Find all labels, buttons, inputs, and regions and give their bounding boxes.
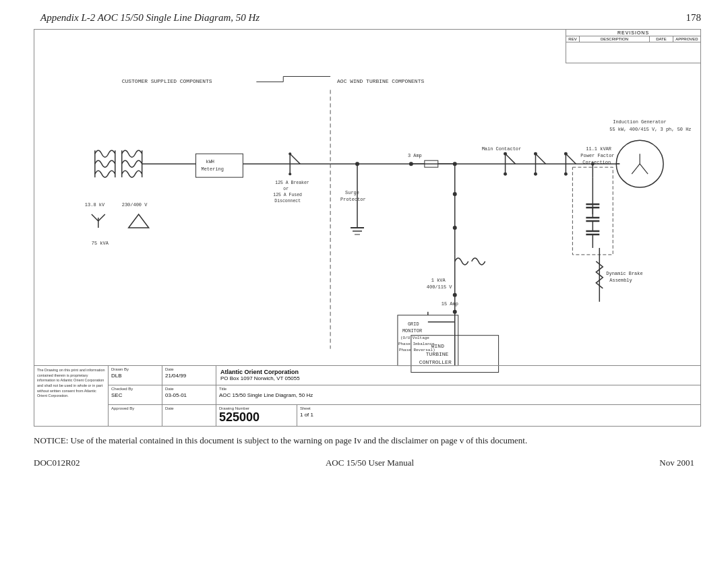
- kwh-box: [196, 154, 243, 177]
- svg-text:Disconnect: Disconnect: [274, 199, 301, 204]
- svg-text:11.1 kVAR: 11.1 kVAR: [586, 146, 611, 152]
- customer-label: CUSTOMER SUPPLIED COMPONENTS: [122, 78, 212, 84]
- drawn-by-label: Drawn By: [111, 367, 159, 371]
- sheet-cell: Sheet 1 of 1: [297, 405, 338, 426]
- svg-point-63: [504, 152, 507, 156]
- svg-line-12: [290, 154, 300, 164]
- footer: NOTICE: Use of the material contained in…: [0, 427, 728, 474]
- svg-point-69: [534, 173, 537, 176]
- svg-text:Power Factor: Power Factor: [580, 153, 614, 158]
- company-cell: Atlantic Orient Corporation PO Box 1097 …: [216, 366, 700, 385]
- svg-point-43: [453, 226, 457, 230]
- svg-line-91: [632, 164, 640, 174]
- svg-text:CONTROLLER: CONTROLLER: [419, 359, 452, 365]
- svg-text:or: or: [283, 187, 289, 191]
- svg-text:Correction: Correction: [582, 160, 611, 165]
- svg-point-68: [534, 152, 537, 156]
- svg-text:Main Contactor: Main Contactor: [482, 146, 522, 152]
- svg-point-97: [591, 162, 595, 166]
- approved-by-label: Approved By: [111, 406, 159, 410]
- title-row-3: Approved By Date Drawing Number 525000 S…: [109, 405, 700, 426]
- svg-text:Protector: Protector: [340, 197, 366, 202]
- svg-text:Induction Generator: Induction Generator: [613, 119, 666, 125]
- approved-date-label: Date: [165, 406, 213, 410]
- page: Appendix L-2 AOC 15/50 Single Line Diagr…: [0, 0, 728, 562]
- title-main: Drawn By DLB Date 21/04/99 Atlantic Orie…: [109, 366, 700, 426]
- svg-point-64: [504, 173, 507, 176]
- svg-text:Dynamic Brake: Dynamic Brake: [606, 271, 642, 276]
- approved-by-cell: Approved By: [109, 405, 162, 426]
- footer-bottom: DOC012R02 AOC 15/50 User Manual Nov 2001: [34, 458, 694, 468]
- approved-date-cell: Date: [162, 405, 216, 426]
- svg-text:125 A Breaker: 125 A Breaker: [275, 181, 309, 185]
- svg-text:1 kVA: 1 kVA: [431, 278, 446, 283]
- svg-point-42: [453, 192, 457, 196]
- svg-text:400/115 V: 400/115 V: [427, 284, 452, 290]
- date-label: Date: [165, 367, 213, 371]
- title-value-cell: Title AOC 15/50 Single Line Diagram, 50 …: [216, 385, 700, 404]
- title-label: Title: [219, 387, 698, 391]
- company-name: Atlantic Orient Corporation: [220, 369, 696, 375]
- checked-date-label: Date: [165, 387, 213, 391]
- svg-text:MONITOR: MONITOR: [402, 328, 422, 334]
- checked-by-value: SEC: [111, 392, 159, 398]
- header-title: Appendix L-2 AOC 15/50 Single Line Diagr…: [40, 12, 260, 24]
- disclaimer-text: The Drawing on this print and informatio…: [34, 366, 109, 426]
- footer-date: Nov 2001: [659, 458, 694, 468]
- svg-point-13: [289, 152, 291, 155]
- aoc-label: AOC WIND TURBINE COMPONENTS: [337, 78, 424, 84]
- svg-line-23: [98, 214, 105, 221]
- grid-monitor-box: [398, 315, 458, 366]
- header: Appendix L-2 AOC 15/50 Single Line Diagr…: [0, 0, 728, 29]
- diagram-container: REVISIONS REV DESCRIPTION DATE APPROVED …: [34, 29, 701, 427]
- svg-text:3 Amp: 3 Amp: [408, 153, 422, 158]
- svg-text:Metering: Metering: [201, 166, 223, 172]
- svg-point-73: [564, 173, 568, 176]
- svg-text:TURBINE: TURBINE: [426, 351, 449, 357]
- svg-text:Phase Imbalance: Phase Imbalance: [398, 342, 435, 346]
- doc-number: DOC012R02: [34, 458, 80, 468]
- checked-date-cell: Date 03-05-01: [162, 385, 216, 404]
- svg-text:Assembly: Assembly: [609, 278, 632, 283]
- svg-marker-24: [129, 214, 149, 228]
- header-page: 178: [686, 12, 702, 24]
- svg-line-71: [566, 154, 576, 164]
- drawn-by-cell: Drawn By DLB: [109, 366, 162, 385]
- transformer-left: [95, 150, 142, 177]
- svg-line-22: [92, 214, 98, 221]
- svg-text:75 kVA: 75 kVA: [92, 241, 109, 246]
- checked-by-label: Checked By: [111, 387, 159, 391]
- svg-text:WIND: WIND: [431, 343, 444, 349]
- checked-date: 03-05-01: [165, 392, 213, 398]
- drawing-number: 525000: [219, 410, 294, 425]
- svg-line-92: [640, 164, 648, 174]
- svg-text:15 Amp: 15 Amp: [442, 301, 458, 307]
- title-row-1: Drawn By DLB Date 21/04/99 Atlantic Orie…: [109, 366, 700, 385]
- title-block: The Drawing on this print and informatio…: [34, 365, 700, 426]
- sheet-value: 1 of 1: [300, 412, 335, 418]
- svg-text:Surge: Surge: [345, 190, 359, 195]
- drawn-by-value: DLB: [111, 373, 159, 379]
- footer-notice: NOTICE: Use of the material contained in…: [34, 435, 694, 447]
- drawn-date-cell: Date 21/04/99: [162, 366, 216, 385]
- manual-title: AOC 15/50 User Manual: [326, 458, 414, 468]
- drawing-number-cell: Drawing Number 525000: [216, 405, 297, 426]
- title-value: AOC 15/50 Single Line Diagram, 50 Hz: [219, 392, 698, 398]
- svg-text:GRID: GRID: [408, 321, 419, 327]
- company-address: PO Box 1097 Norwich, VT 05055: [220, 375, 696, 381]
- title-row-2: Checked By SEC Date 03-05-01 Title AOC 1…: [109, 385, 700, 405]
- svg-text:55 kW, 400/415 V, 3 ph, 50 Hz: 55 kW, 400/415 V, 3 ph, 50 Hz: [609, 127, 691, 132]
- svg-line-62: [506, 154, 516, 164]
- svg-point-14: [289, 173, 291, 175]
- svg-text:125 A Fused: 125 A Fused: [273, 193, 302, 197]
- drawn-date: 21/04/99: [165, 373, 213, 379]
- svg-text:kWH: kWH: [206, 159, 214, 164]
- svg-point-32: [355, 162, 359, 166]
- sheet-label: Sheet: [300, 406, 335, 410]
- svg-line-67: [535, 154, 545, 164]
- checked-by-cell: Checked By SEC: [109, 385, 162, 404]
- svg-text:230/400 V: 230/400 V: [122, 202, 148, 208]
- svg-text:13.8 kV: 13.8 kV: [85, 202, 105, 208]
- svg-point-72: [564, 152, 568, 156]
- svg-point-41: [453, 162, 457, 166]
